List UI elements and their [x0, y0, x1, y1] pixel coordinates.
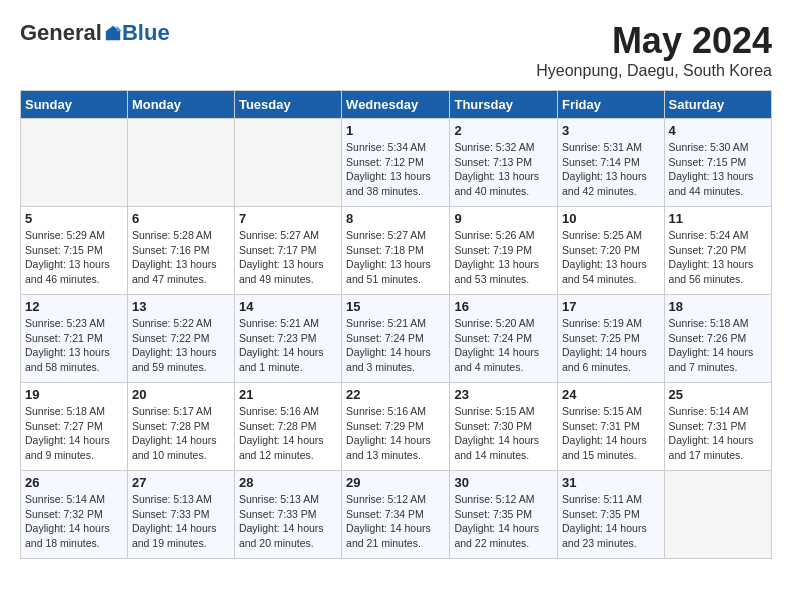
calendar-cell: 10Sunrise: 5:25 AMSunset: 7:20 PMDayligh… [558, 207, 665, 295]
day-info: Sunrise: 5:12 AMSunset: 7:35 PMDaylight:… [454, 492, 553, 551]
calendar-cell [127, 119, 234, 207]
calendar-cell: 2Sunrise: 5:32 AMSunset: 7:13 PMDaylight… [450, 119, 558, 207]
day-info: Sunrise: 5:24 AMSunset: 7:20 PMDaylight:… [669, 228, 767, 287]
day-number: 18 [669, 299, 767, 314]
day-info: Sunrise: 5:19 AMSunset: 7:25 PMDaylight:… [562, 316, 660, 375]
logo-general: General [20, 20, 102, 46]
calendar-cell: 25Sunrise: 5:14 AMSunset: 7:31 PMDayligh… [664, 383, 771, 471]
day-info: Sunrise: 5:16 AMSunset: 7:28 PMDaylight:… [239, 404, 337, 463]
day-info: Sunrise: 5:18 AMSunset: 7:26 PMDaylight:… [669, 316, 767, 375]
day-number: 29 [346, 475, 445, 490]
day-info: Sunrise: 5:28 AMSunset: 7:16 PMDaylight:… [132, 228, 230, 287]
day-info: Sunrise: 5:26 AMSunset: 7:19 PMDaylight:… [454, 228, 553, 287]
day-number: 15 [346, 299, 445, 314]
logo-icon [104, 24, 122, 42]
day-number: 11 [669, 211, 767, 226]
day-info: Sunrise: 5:34 AMSunset: 7:12 PMDaylight:… [346, 140, 445, 199]
day-number: 7 [239, 211, 337, 226]
weekday-header-friday: Friday [558, 91, 665, 119]
calendar-cell: 1Sunrise: 5:34 AMSunset: 7:12 PMDaylight… [342, 119, 450, 207]
calendar-cell: 31Sunrise: 5:11 AMSunset: 7:35 PMDayligh… [558, 471, 665, 559]
day-number: 5 [25, 211, 123, 226]
calendar-cell [664, 471, 771, 559]
day-info: Sunrise: 5:14 AMSunset: 7:32 PMDaylight:… [25, 492, 123, 551]
day-number: 17 [562, 299, 660, 314]
day-info: Sunrise: 5:32 AMSunset: 7:13 PMDaylight:… [454, 140, 553, 199]
day-number: 30 [454, 475, 553, 490]
calendar-header-row: SundayMondayTuesdayWednesdayThursdayFrid… [21, 91, 772, 119]
calendar-cell [234, 119, 341, 207]
calendar-cell: 7Sunrise: 5:27 AMSunset: 7:17 PMDaylight… [234, 207, 341, 295]
calendar-cell: 19Sunrise: 5:18 AMSunset: 7:27 PMDayligh… [21, 383, 128, 471]
day-info: Sunrise: 5:13 AMSunset: 7:33 PMDaylight:… [132, 492, 230, 551]
day-info: Sunrise: 5:27 AMSunset: 7:18 PMDaylight:… [346, 228, 445, 287]
calendar-cell: 26Sunrise: 5:14 AMSunset: 7:32 PMDayligh… [21, 471, 128, 559]
day-number: 14 [239, 299, 337, 314]
weekday-header-saturday: Saturday [664, 91, 771, 119]
day-number: 21 [239, 387, 337, 402]
calendar-week-2: 5Sunrise: 5:29 AMSunset: 7:15 PMDaylight… [21, 207, 772, 295]
calendar-week-5: 26Sunrise: 5:14 AMSunset: 7:32 PMDayligh… [21, 471, 772, 559]
day-number: 26 [25, 475, 123, 490]
calendar-cell: 16Sunrise: 5:20 AMSunset: 7:24 PMDayligh… [450, 295, 558, 383]
page-header: General Blue May 2024 Hyeonpung, Daegu, … [20, 20, 772, 80]
calendar-cell: 17Sunrise: 5:19 AMSunset: 7:25 PMDayligh… [558, 295, 665, 383]
calendar-cell: 18Sunrise: 5:18 AMSunset: 7:26 PMDayligh… [664, 295, 771, 383]
day-number: 31 [562, 475, 660, 490]
title-block: May 2024 Hyeonpung, Daegu, South Korea [536, 20, 772, 80]
calendar-cell: 11Sunrise: 5:24 AMSunset: 7:20 PMDayligh… [664, 207, 771, 295]
calendar-cell: 23Sunrise: 5:15 AMSunset: 7:30 PMDayligh… [450, 383, 558, 471]
calendar-cell: 5Sunrise: 5:29 AMSunset: 7:15 PMDaylight… [21, 207, 128, 295]
calendar-cell: 24Sunrise: 5:15 AMSunset: 7:31 PMDayligh… [558, 383, 665, 471]
calendar-cell: 22Sunrise: 5:16 AMSunset: 7:29 PMDayligh… [342, 383, 450, 471]
day-info: Sunrise: 5:18 AMSunset: 7:27 PMDaylight:… [25, 404, 123, 463]
day-number: 25 [669, 387, 767, 402]
day-info: Sunrise: 5:12 AMSunset: 7:34 PMDaylight:… [346, 492, 445, 551]
day-info: Sunrise: 5:13 AMSunset: 7:33 PMDaylight:… [239, 492, 337, 551]
calendar-cell: 6Sunrise: 5:28 AMSunset: 7:16 PMDaylight… [127, 207, 234, 295]
day-number: 8 [346, 211, 445, 226]
day-info: Sunrise: 5:21 AMSunset: 7:23 PMDaylight:… [239, 316, 337, 375]
day-number: 13 [132, 299, 230, 314]
day-number: 10 [562, 211, 660, 226]
day-info: Sunrise: 5:22 AMSunset: 7:22 PMDaylight:… [132, 316, 230, 375]
day-number: 4 [669, 123, 767, 138]
calendar-cell [21, 119, 128, 207]
day-info: Sunrise: 5:15 AMSunset: 7:30 PMDaylight:… [454, 404, 553, 463]
day-info: Sunrise: 5:25 AMSunset: 7:20 PMDaylight:… [562, 228, 660, 287]
weekday-header-tuesday: Tuesday [234, 91, 341, 119]
day-number: 6 [132, 211, 230, 226]
calendar-cell: 28Sunrise: 5:13 AMSunset: 7:33 PMDayligh… [234, 471, 341, 559]
day-number: 24 [562, 387, 660, 402]
calendar-week-3: 12Sunrise: 5:23 AMSunset: 7:21 PMDayligh… [21, 295, 772, 383]
logo: General Blue [20, 20, 170, 46]
calendar-cell: 8Sunrise: 5:27 AMSunset: 7:18 PMDaylight… [342, 207, 450, 295]
day-info: Sunrise: 5:17 AMSunset: 7:28 PMDaylight:… [132, 404, 230, 463]
calendar-cell: 3Sunrise: 5:31 AMSunset: 7:14 PMDaylight… [558, 119, 665, 207]
calendar-cell: 9Sunrise: 5:26 AMSunset: 7:19 PMDaylight… [450, 207, 558, 295]
day-number: 12 [25, 299, 123, 314]
day-number: 9 [454, 211, 553, 226]
day-number: 16 [454, 299, 553, 314]
day-info: Sunrise: 5:29 AMSunset: 7:15 PMDaylight:… [25, 228, 123, 287]
weekday-header-sunday: Sunday [21, 91, 128, 119]
calendar-body: 1Sunrise: 5:34 AMSunset: 7:12 PMDaylight… [21, 119, 772, 559]
calendar-cell: 15Sunrise: 5:21 AMSunset: 7:24 PMDayligh… [342, 295, 450, 383]
day-number: 2 [454, 123, 553, 138]
day-number: 20 [132, 387, 230, 402]
calendar-cell: 13Sunrise: 5:22 AMSunset: 7:22 PMDayligh… [127, 295, 234, 383]
day-info: Sunrise: 5:11 AMSunset: 7:35 PMDaylight:… [562, 492, 660, 551]
calendar-cell: 30Sunrise: 5:12 AMSunset: 7:35 PMDayligh… [450, 471, 558, 559]
calendar-cell: 20Sunrise: 5:17 AMSunset: 7:28 PMDayligh… [127, 383, 234, 471]
calendar-week-4: 19Sunrise: 5:18 AMSunset: 7:27 PMDayligh… [21, 383, 772, 471]
calendar-week-1: 1Sunrise: 5:34 AMSunset: 7:12 PMDaylight… [21, 119, 772, 207]
day-info: Sunrise: 5:16 AMSunset: 7:29 PMDaylight:… [346, 404, 445, 463]
day-info: Sunrise: 5:15 AMSunset: 7:31 PMDaylight:… [562, 404, 660, 463]
day-number: 3 [562, 123, 660, 138]
day-info: Sunrise: 5:14 AMSunset: 7:31 PMDaylight:… [669, 404, 767, 463]
day-info: Sunrise: 5:30 AMSunset: 7:15 PMDaylight:… [669, 140, 767, 199]
day-info: Sunrise: 5:31 AMSunset: 7:14 PMDaylight:… [562, 140, 660, 199]
calendar-cell: 14Sunrise: 5:21 AMSunset: 7:23 PMDayligh… [234, 295, 341, 383]
subtitle: Hyeonpung, Daegu, South Korea [536, 62, 772, 80]
weekday-header-monday: Monday [127, 91, 234, 119]
